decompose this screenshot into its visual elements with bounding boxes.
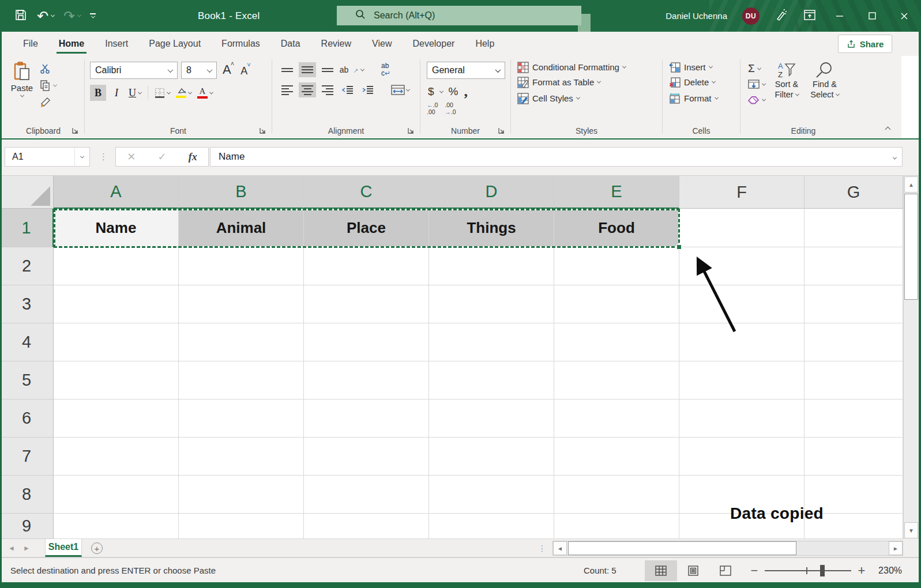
row-header-5[interactable]: 5 [0,361,54,399]
cell-E7[interactable] [554,438,679,476]
save-icon[interactable] [14,8,28,24]
zoom-slider-thumb[interactable] [820,565,825,576]
decrease-decimal-button[interactable]: .00→.0 [445,102,456,115]
cell-F4[interactable] [679,323,805,361]
row-header-1[interactable]: 1 [0,209,54,247]
fill-color-button[interactable] [174,85,193,101]
middle-align-button[interactable] [299,62,316,77]
borders-button[interactable] [153,85,172,101]
format-painter-button[interactable] [40,96,57,108]
merge-center-dropdown-icon[interactable] [406,87,410,91]
cell-A9[interactable] [54,514,179,539]
cell-F3[interactable] [679,285,805,323]
cell-A4[interactable] [54,323,179,361]
cell-F1[interactable] [679,209,805,247]
autosum-button[interactable]: Σ [748,63,765,74]
cell-C8[interactable] [304,476,429,514]
ribbon-display-options-icon[interactable] [803,9,816,24]
tab-review[interactable]: Review [311,32,362,56]
font-color-dropdown-icon[interactable] [209,90,213,94]
cancel-icon[interactable]: ✕ [127,150,136,163]
user-avatar[interactable]: DU [742,7,760,25]
tab-strip-grip[interactable]: ⋮ [538,539,546,557]
row-header-6[interactable]: 6 [0,399,54,438]
autosum-dropdown-icon[interactable] [757,66,761,70]
fill-color-dropdown-icon[interactable] [188,90,192,94]
tab-developer[interactable]: Developer [402,32,465,56]
row-header-7[interactable]: 7 [0,438,54,476]
top-align-button[interactable] [279,62,296,77]
comma-style-button[interactable]: , [464,83,468,100]
cell-G7[interactable] [805,438,903,476]
align-right-button[interactable] [319,82,336,97]
cell-B1[interactable]: Animal [179,209,304,247]
scroll-up-icon[interactable]: ▲ [904,176,918,193]
cell-G5[interactable] [805,361,903,399]
cell-A1[interactable]: Name [54,209,179,247]
row-header-4[interactable]: 4 [0,323,54,361]
bottom-align-button[interactable] [319,62,336,77]
cell-E4[interactable] [554,323,679,361]
align-left-button[interactable] [279,82,296,97]
name-box[interactable]: A1 [5,147,90,167]
cell-A8[interactable] [54,476,179,514]
format-cells-button[interactable]: Format [664,89,738,105]
cell-E8[interactable] [554,476,679,514]
undo-dropdown-icon[interactable] [51,13,55,17]
number-format-select[interactable]: General [427,62,505,79]
cell-D9[interactable] [429,514,554,539]
accounting-format-button[interactable]: $ [428,85,434,98]
italic-button[interactable]: I [108,85,125,101]
cell-D6[interactable] [429,399,554,438]
new-sheet-button[interactable]: + [91,542,103,554]
cell-styles-dropdown-icon[interactable] [576,96,580,100]
maximize-button[interactable] [863,0,881,32]
tab-home[interactable]: Home [48,32,95,56]
expand-formula-bar-icon[interactable] [893,151,896,163]
formula-input[interactable]: Name [210,147,903,167]
center-button[interactable] [299,82,316,97]
clipboard-dialog-launcher-icon[interactable] [72,127,79,134]
cell-C3[interactable] [304,285,429,323]
percent-style-button[interactable]: % [449,85,458,98]
select-all-corner[interactable] [0,176,54,209]
zoom-out-icon[interactable]: − [750,563,759,578]
tab-data[interactable]: Data [270,32,311,56]
cell-D2[interactable] [429,247,554,285]
orientation-button[interactable]: ab→ [339,62,364,77]
font-color-button[interactable]: A [196,85,215,101]
close-button[interactable] [896,0,913,32]
row-header-2[interactable]: 2 [0,247,54,285]
insert-function-icon[interactable]: fx [189,151,197,163]
cell-E2[interactable] [554,247,679,285]
cell-D7[interactable] [429,438,554,476]
sort-filter-dropdown-icon[interactable] [795,92,799,96]
cell-styles-button[interactable]: Cell Styles [513,89,660,105]
col-header-F[interactable]: F [679,176,805,209]
col-header-G[interactable]: G [805,176,903,209]
cell-C2[interactable] [304,247,429,285]
cell-D3[interactable] [429,285,554,323]
user-name[interactable]: Daniel Uchenna [666,11,727,21]
name-box-dropdown-icon[interactable] [74,148,89,166]
conditional-formatting-button[interactable]: Conditional Formatting [513,57,660,73]
font-name-select[interactable]: Calibri [90,62,178,79]
row-header-3[interactable]: 3 [0,285,54,323]
formula-bar-grip[interactable]: ⋮ [99,147,108,167]
cell-F6[interactable] [679,399,805,438]
cell-G6[interactable] [805,399,903,438]
tab-page-layout[interactable]: Page Layout [138,32,211,56]
wrap-text-button[interactable]: abc↵ [375,62,396,77]
collapse-ribbon-icon[interactable] [886,123,890,134]
undo-button[interactable]: ↶ [37,9,54,23]
decrease-indent-button[interactable] [339,82,356,97]
accounting-dropdown-icon[interactable] [439,89,443,93]
font-dialog-launcher-icon[interactable] [259,127,266,134]
insert-cells-button[interactable]: Insert [664,57,738,73]
copy-button[interactable] [40,80,57,91]
horizontal-scroll-thumb[interactable] [568,541,796,555]
page-break-preview-button[interactable] [709,560,742,581]
find-select-button[interactable]: Find & Select [806,61,844,123]
redo-button[interactable]: ↷ [63,9,81,23]
coming-soon-icon[interactable] [775,8,788,24]
